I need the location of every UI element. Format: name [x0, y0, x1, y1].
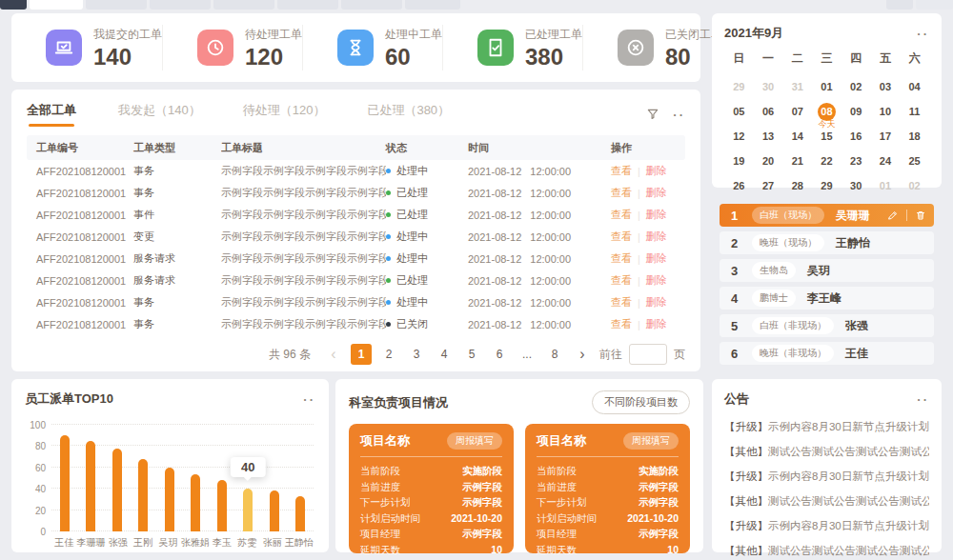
shift-row[interactable]: 3生物岛吴玥: [720, 259, 934, 282]
page-button-6[interactable]: 6: [489, 344, 510, 365]
announcement-item[interactable]: 【其他】测试公告测试公告测试公告测试公告测试公告: [724, 439, 929, 464]
bar-王佳[interactable]: [60, 435, 70, 531]
calendar-day[interactable]: 06: [754, 99, 783, 124]
calendar-day[interactable]: 09: [841, 99, 871, 124]
tab-strip-item[interactable]: [886, 0, 913, 10]
page-button-4[interactable]: 4: [434, 344, 455, 365]
view-link[interactable]: 查看: [611, 317, 632, 331]
view-link[interactable]: 查看: [611, 295, 632, 310]
calendar-day[interactable]: 07: [782, 99, 812, 124]
bar-吴玥[interactable]: [165, 468, 174, 531]
tab-strip-item[interactable]: [916, 0, 953, 10]
announcement-item[interactable]: 【升级】示例内容8月30日新节点升级计划通知: [724, 414, 929, 439]
calendar-day[interactable]: 03: [871, 74, 901, 99]
delete-link[interactable]: 删除: [646, 251, 667, 266]
calendar-day[interactable]: 30: [754, 74, 783, 99]
view-link[interactable]: 查看: [611, 273, 632, 288]
tab-strip-item[interactable]: [213, 0, 274, 10]
calendar-day[interactable]: 21: [782, 149, 812, 173]
delete-link[interactable]: 删除: [646, 230, 667, 244]
filter-icon[interactable]: [646, 108, 659, 121]
calendar-day[interactable]: 04: [900, 74, 929, 99]
bar-王刚[interactable]: [138, 459, 148, 531]
calendar-day[interactable]: 01: [812, 74, 841, 99]
announcement-item[interactable]: 【升级】示例内容8月30日新节点升级计划通知: [724, 513, 929, 538]
stat-item-5[interactable]: 已关闭工单80: [582, 25, 722, 70]
page-button-8[interactable]: 8: [544, 344, 565, 365]
next-page-button[interactable]: ›: [572, 344, 593, 365]
calendar-day[interactable]: 23: [841, 149, 871, 173]
delete-link[interactable]: 删除: [646, 273, 667, 288]
stat-item-1[interactable]: 我提交的工单140: [11, 25, 162, 70]
calendar-day[interactable]: 14: [782, 124, 812, 149]
weekly-report-button[interactable]: 周报填写: [623, 432, 679, 450]
calendar-day[interactable]: 24: [871, 149, 901, 173]
calendar-day[interactable]: 10: [871, 99, 901, 124]
tab-workorders-4[interactable]: 已处理（380）: [367, 102, 450, 127]
calendar-day[interactable]: 08今天: [812, 99, 841, 124]
page-button-5[interactable]: 5: [461, 344, 482, 365]
trash-icon[interactable]: [915, 210, 926, 221]
shift-row[interactable]: 4鹏博士李王峰: [720, 287, 934, 310]
prev-page-button[interactable]: ‹: [323, 344, 344, 365]
view-link[interactable]: 查看: [611, 230, 632, 244]
view-link[interactable]: 查看: [611, 208, 632, 222]
view-link[interactable]: 查看: [611, 251, 632, 266]
stat-item-4[interactable]: 已处理工单380: [442, 25, 582, 70]
tab-strip-item[interactable]: [86, 0, 147, 10]
goto-page-input[interactable]: [629, 344, 667, 365]
calendar-day[interactable]: 20: [754, 149, 783, 173]
view-link[interactable]: 查看: [611, 164, 632, 178]
calendar-day[interactable]: 25: [900, 149, 929, 173]
announcement-item[interactable]: 【其他】测试公告测试公告测试公告测试公告测试公告: [724, 538, 929, 560]
calendar-day[interactable]: 15: [812, 124, 841, 149]
edit-icon[interactable]: [887, 210, 899, 221]
calendar-day[interactable]: 16: [841, 124, 871, 149]
chart-more-icon[interactable]: ··: [303, 392, 315, 407]
calendar-day[interactable]: 19: [724, 149, 754, 173]
calendar-more-icon[interactable]: ··: [917, 27, 929, 41]
page-button-3[interactable]: 3: [406, 344, 427, 365]
stat-item-3[interactable]: 处理中工单60: [302, 25, 442, 70]
tab-strip-item[interactable]: [341, 0, 402, 10]
bar-苏雯[interactable]: [243, 489, 253, 531]
bar-张丽[interactable]: [270, 490, 279, 531]
announcement-item[interactable]: 【升级】示例内容8月30日新节点升级计划通知: [724, 464, 929, 489]
calendar-day[interactable]: 12: [724, 124, 754, 149]
delete-link[interactable]: 删除: [646, 208, 667, 222]
shift-row[interactable]: 6晚班（非现场）王佳: [720, 342, 934, 365]
calendar-day[interactable]: 31: [782, 74, 812, 99]
tab-strip-item-dark[interactable]: [0, 0, 27, 10]
tab-strip-item[interactable]: [277, 0, 338, 10]
announcements-more-icon[interactable]: ··: [917, 392, 929, 407]
stage-filter-button[interactable]: 不同阶段项目数: [592, 390, 690, 414]
delete-link[interactable]: 删除: [646, 317, 667, 331]
view-link[interactable]: 查看: [611, 186, 632, 200]
calendar-day[interactable]: 11: [900, 99, 929, 124]
calendar-day[interactable]: 17: [871, 124, 901, 149]
tab-strip-item-active[interactable]: [30, 0, 83, 10]
tab-workorders-1[interactable]: 全部工单: [27, 102, 76, 127]
bar-张强[interactable]: [112, 449, 122, 531]
bar-张雅娟[interactable]: [191, 474, 200, 531]
shift-row[interactable]: 1白班（现场）吴珊珊: [720, 204, 934, 227]
workorders-more-icon[interactable]: ··: [673, 108, 685, 122]
tab-strip-item[interactable]: [150, 0, 211, 10]
page-button-2[interactable]: 2: [378, 344, 399, 365]
tab-workorders-3[interactable]: 待处理（120）: [243, 102, 326, 127]
tab-strip-item[interactable]: [405, 0, 460, 10]
calendar-day[interactable]: 22: [812, 149, 841, 173]
bar-王静怡[interactable]: [295, 496, 305, 531]
page-button-1[interactable]: 1: [351, 344, 372, 365]
weekly-report-button[interactable]: 周报填写: [447, 432, 502, 450]
calendar-day[interactable]: 13: [754, 124, 783, 149]
bar-李珊珊[interactable]: [86, 441, 95, 531]
delete-link[interactable]: 删除: [646, 186, 667, 200]
tab-workorders-2[interactable]: 我发起（140）: [118, 102, 201, 127]
delete-link[interactable]: 删除: [646, 164, 667, 178]
shift-row[interactable]: 2晚班（现场）王静怡: [720, 231, 934, 254]
bar-李玉[interactable]: [217, 480, 227, 531]
calendar-day[interactable]: 29: [724, 74, 754, 99]
delete-link[interactable]: 删除: [646, 295, 667, 310]
calendar-day[interactable]: 02: [841, 74, 871, 99]
